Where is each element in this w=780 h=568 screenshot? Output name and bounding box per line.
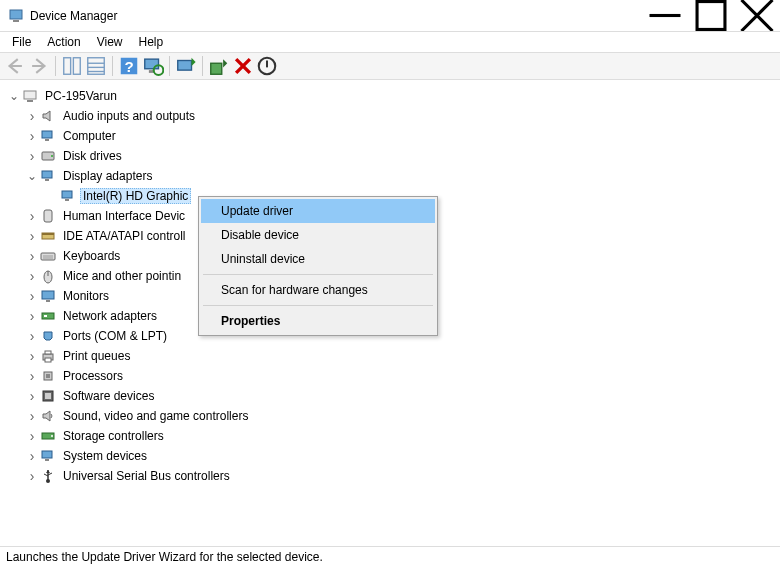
root-label: PC-195Varun	[42, 88, 120, 104]
cpu-icon	[40, 368, 56, 384]
menu-help[interactable]: Help	[131, 33, 172, 51]
svg-rect-46	[45, 358, 51, 362]
svg-point-27	[51, 155, 53, 157]
svg-rect-24	[42, 131, 52, 138]
expander-icon[interactable]	[24, 148, 40, 164]
svg-rect-14	[145, 59, 159, 69]
close-button[interactable]	[734, 0, 780, 31]
expander-icon[interactable]	[24, 308, 40, 324]
disable-device-button[interactable]	[256, 55, 278, 77]
svg-rect-17	[178, 61, 192, 71]
menu-action[interactable]: Action	[39, 33, 88, 51]
hid-icon	[40, 208, 56, 224]
svg-rect-6	[64, 58, 71, 75]
help-button[interactable]: ?	[118, 55, 140, 77]
tree-node-software[interactable]: Software devices	[4, 386, 776, 406]
ctx-update-driver[interactable]: Update driver	[201, 199, 435, 223]
minimize-button[interactable]	[642, 0, 688, 31]
svg-rect-25	[45, 139, 49, 141]
expander-icon[interactable]	[24, 408, 40, 424]
tree-node-display[interactable]: Display adapters	[4, 166, 776, 186]
ctx-properties[interactable]: Properties	[201, 309, 435, 333]
port-icon	[40, 328, 56, 344]
expander-icon[interactable]	[24, 288, 40, 304]
uninstall-button[interactable]	[232, 55, 254, 77]
ctx-separator	[203, 274, 433, 275]
tree-node-system[interactable]: System devices	[4, 446, 776, 466]
expander-icon[interactable]	[24, 388, 40, 404]
show-hide-console-button[interactable]	[61, 55, 83, 77]
printer-icon	[40, 348, 56, 364]
maximize-button[interactable]	[688, 0, 734, 31]
tree-node-computer[interactable]: Computer	[4, 126, 776, 146]
properties-button[interactable]	[85, 55, 107, 77]
toolbar-separator	[169, 56, 170, 76]
tree-node-audio[interactable]: Audio inputs and outputs	[4, 106, 776, 126]
svg-rect-48	[46, 374, 50, 378]
svg-rect-32	[44, 210, 52, 222]
node-label: Audio inputs and outputs	[60, 108, 198, 124]
expander-icon[interactable]	[6, 88, 22, 104]
expander-icon[interactable]	[24, 428, 40, 444]
node-label: Computer	[60, 128, 119, 144]
expander-icon[interactable]	[24, 468, 40, 484]
toolbar: ?	[0, 52, 780, 80]
window-controls	[642, 0, 780, 31]
expander-icon[interactable]	[24, 268, 40, 284]
svg-rect-40	[42, 291, 54, 299]
toolbar-separator	[55, 56, 56, 76]
svg-rect-53	[42, 451, 52, 458]
sound-controller-icon	[40, 408, 56, 424]
node-label: Storage controllers	[60, 428, 167, 444]
ctx-uninstall-device[interactable]: Uninstall device	[201, 247, 435, 271]
svg-rect-23	[27, 100, 33, 102]
expander-icon[interactable]	[24, 448, 40, 464]
display-adapter-icon	[40, 168, 56, 184]
tree-node-sound[interactable]: Sound, video and game controllers	[4, 406, 776, 426]
monitor-icon	[40, 288, 56, 304]
menu-view[interactable]: View	[89, 33, 131, 51]
svg-rect-31	[65, 199, 69, 201]
node-label: Universal Serial Bus controllers	[60, 468, 233, 484]
expander-icon[interactable]	[24, 108, 40, 124]
statusbar: Launches the Update Driver Wizard for th…	[0, 546, 780, 568]
svg-rect-45	[45, 351, 51, 354]
expander-icon[interactable]	[24, 208, 40, 224]
expander-icon[interactable]	[24, 348, 40, 364]
ctx-disable-device[interactable]: Disable device	[201, 223, 435, 247]
node-label: Network adapters	[60, 308, 160, 324]
node-label: Intel(R) HD Graphic	[80, 188, 191, 204]
computer-icon	[40, 128, 56, 144]
display-adapter-icon	[60, 188, 76, 204]
expander-icon[interactable]	[24, 328, 40, 344]
node-label: Disk drives	[60, 148, 125, 164]
svg-rect-18	[211, 63, 222, 74]
software-icon	[40, 388, 56, 404]
node-label: Human Interface Devic	[60, 208, 188, 224]
menu-file[interactable]: File	[4, 33, 39, 51]
update-driver-button[interactable]	[175, 55, 197, 77]
svg-rect-30	[62, 191, 72, 198]
scan-hardware-button[interactable]	[142, 55, 164, 77]
expander-icon[interactable]	[24, 248, 40, 264]
svg-rect-42	[42, 313, 54, 319]
titlebar: Device Manager	[0, 0, 780, 32]
tree-node-disk[interactable]: Disk drives	[4, 146, 776, 166]
tree-node-usb[interactable]: Universal Serial Bus controllers	[4, 466, 776, 486]
svg-point-56	[46, 479, 50, 483]
ctx-scan-hardware[interactable]: Scan for hardware changes	[201, 278, 435, 302]
node-label: Keyboards	[60, 248, 123, 264]
expander-icon[interactable]	[24, 228, 40, 244]
storage-controller-icon	[40, 428, 56, 444]
forward-button	[28, 55, 50, 77]
tree-root[interactable]: PC-195Varun	[4, 86, 776, 106]
tree-node-processors[interactable]: Processors	[4, 366, 776, 386]
expander-icon[interactable]	[24, 368, 40, 384]
enable-device-button[interactable]	[208, 55, 230, 77]
expander-icon[interactable]	[24, 168, 40, 184]
tree-node-storage[interactable]: Storage controllers	[4, 426, 776, 446]
tree-node-printq[interactable]: Print queues	[4, 346, 776, 366]
expander-icon[interactable]	[24, 128, 40, 144]
node-label: Print queues	[60, 348, 133, 364]
expander-icon	[44, 188, 60, 204]
